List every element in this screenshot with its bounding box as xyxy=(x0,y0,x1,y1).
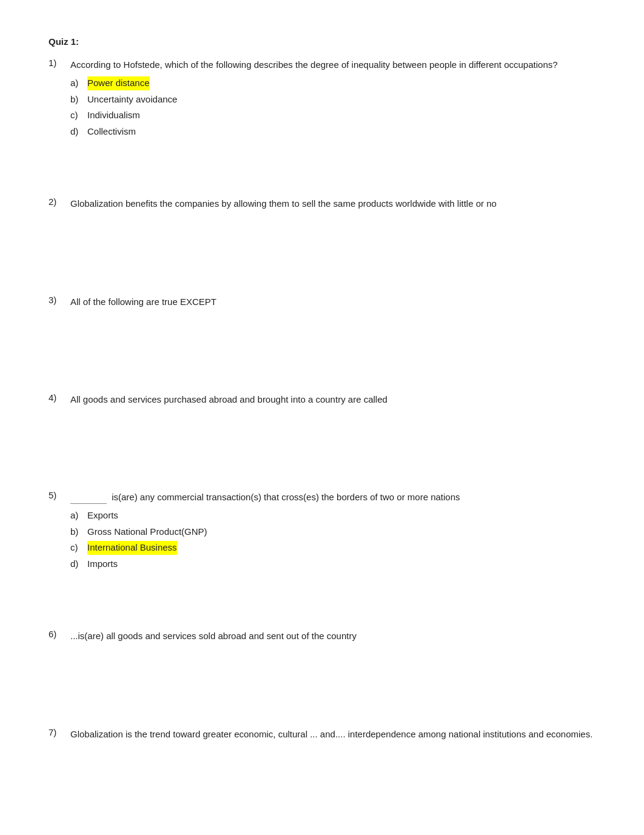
option-5d: d) Imports xyxy=(70,557,595,571)
question-item-3: 3) All of the following are true EXCEPT xyxy=(49,295,595,373)
option-letter-5b: b) xyxy=(70,525,87,539)
option-letter-5a: a) xyxy=(70,509,87,523)
option-5a: a) Exports xyxy=(70,509,595,523)
question-item-6: 6) ...is(are) all goods and services sol… xyxy=(49,629,595,707)
spacer-3 xyxy=(49,312,595,373)
spacer-6 xyxy=(49,647,595,708)
option-1b: b) Uncertainty avoidance xyxy=(70,93,595,107)
question-text-2: Globalization benefits the companies by … xyxy=(70,196,595,210)
question-number-6: 6) xyxy=(49,629,70,639)
option-text-1b: Uncertainty avoidance xyxy=(87,93,177,107)
option-1c: c) Individualism xyxy=(70,109,595,122)
option-1d: d) Collectivism xyxy=(70,125,595,139)
option-text-1a: Power distance xyxy=(87,76,150,90)
question-number-3: 3) xyxy=(49,295,70,305)
option-text-1d: Collectivism xyxy=(87,125,136,139)
option-5b: b) Gross National Product(GNP) xyxy=(70,525,595,539)
question-text-7: Globalization is the trend toward greate… xyxy=(70,727,595,741)
question-row-5: 5) is(are) any commercial transaction(s)… xyxy=(49,490,595,504)
blank-line-5 xyxy=(70,503,107,504)
question-text-5: is(are) any commercial transaction(s) th… xyxy=(70,490,595,504)
question-number-4: 4) xyxy=(49,392,70,403)
option-text-5c: International Business xyxy=(87,541,177,555)
question-item-2: 2) Globalization benefits the companies … xyxy=(49,196,595,275)
spacer-4 xyxy=(49,410,595,471)
option-1a: a) Power distance xyxy=(70,76,595,90)
answer-options-5: a) Exports b) Gross National Product(GNP… xyxy=(49,509,595,571)
spacer-2 xyxy=(49,215,595,275)
question-text-1: According to Hofstede, which of the foll… xyxy=(70,58,595,72)
question-row-6: 6) ...is(are) all goods and services sol… xyxy=(49,629,595,643)
option-5c: c) International Business xyxy=(70,541,595,555)
question-item-7: 7) Globalization is the trend toward gre… xyxy=(49,727,595,741)
question-text-4: All goods and services purchased abroad … xyxy=(70,392,595,406)
question-row-2: 2) Globalization benefits the companies … xyxy=(49,196,595,210)
option-text-5a: Exports xyxy=(87,509,118,523)
question-number-1: 1) xyxy=(49,58,70,68)
option-letter-5c: c) xyxy=(70,541,87,555)
option-letter-1a: a) xyxy=(70,76,87,90)
option-letter-1d: d) xyxy=(70,125,87,139)
spacer-1 xyxy=(49,141,595,177)
quiz-title: Quiz 1: xyxy=(49,36,595,47)
option-text-5b: Gross National Product(GNP) xyxy=(87,525,207,539)
question-row-4: 4) All goods and services purchased abro… xyxy=(49,392,595,406)
question-row-7: 7) Globalization is the trend toward gre… xyxy=(49,727,595,741)
question-item-1: 1) According to Hofstede, which of the f… xyxy=(49,58,595,177)
spacer-5 xyxy=(49,573,595,609)
question-number-2: 2) xyxy=(49,196,70,207)
question-number-7: 7) xyxy=(49,727,70,737)
quiz-container: Quiz 1: 1) According to Hofstede, which … xyxy=(49,36,595,741)
option-letter-1c: c) xyxy=(70,109,87,122)
answer-options-1: a) Power distance b) Uncertainty avoidan… xyxy=(49,76,595,138)
question-item-4: 4) All goods and services purchased abro… xyxy=(49,392,595,471)
question-item-5: 5) is(are) any commercial transaction(s)… xyxy=(49,490,595,609)
questions-list: 1) According to Hofstede, which of the f… xyxy=(49,58,595,741)
question-row-1: 1) According to Hofstede, which of the f… xyxy=(49,58,595,72)
question-text-6: ...is(are) all goods and services sold a… xyxy=(70,629,595,643)
question-row-3: 3) All of the following are true EXCEPT xyxy=(49,295,595,309)
option-letter-1b: b) xyxy=(70,93,87,107)
question-number-5: 5) xyxy=(49,490,70,500)
question-text-3: All of the following are true EXCEPT xyxy=(70,295,595,309)
option-letter-5d: d) xyxy=(70,557,87,571)
option-text-1c: Individualism xyxy=(87,109,140,122)
option-text-5d: Imports xyxy=(87,557,118,571)
